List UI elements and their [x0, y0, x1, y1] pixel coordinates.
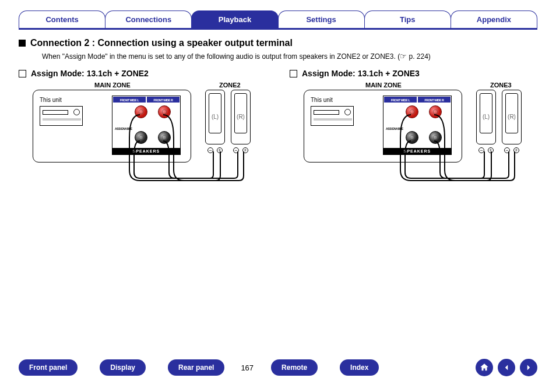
pill-remote[interactable]: Remote	[271, 359, 318, 376]
wire-icon	[290, 83, 529, 185]
mode-heading-zone3[interactable]: Assign Mode: 13.1ch + ZONE3	[290, 69, 537, 78]
page-content: Connection 2 : Connection using a speake…	[19, 30, 537, 185]
mode-heading-zone2[interactable]: Assign Mode: 13.1ch + ZONE2	[19, 69, 266, 78]
tab-contents[interactable]: Contents	[19, 10, 105, 28]
tab-playback[interactable]: Playback	[191, 10, 278, 28]
section-heading: Connection 2 : Connection using a speake…	[19, 38, 537, 48]
pill-index[interactable]: Index	[340, 359, 379, 376]
next-page-icon[interactable]	[520, 359, 537, 376]
column-zone2: Assign Mode: 13.1ch + ZONE2 MAIN ZONE ZO…	[19, 69, 266, 185]
section-description: When "Assign Mode" in the menu is set to…	[42, 52, 537, 61]
checkbox-icon	[19, 70, 26, 77]
tab-appendix[interactable]: Appendix	[451, 10, 537, 28]
diagram-columns: Assign Mode: 13.1ch + ZONE2 MAIN ZONE ZO…	[19, 69, 537, 185]
pill-rear-panel[interactable]: Rear panel	[168, 359, 224, 376]
home-icon[interactable]	[476, 359, 493, 376]
square-bullet-icon	[19, 40, 26, 47]
desc-text: When "Assign Mode" in the menu is set to…	[42, 52, 400, 61]
pill-display[interactable]: Display	[100, 359, 146, 376]
diagram-zone3: MAIN ZONE ZONE3 This unit FRONT WIDE L F…	[290, 83, 529, 185]
tab-connections[interactable]: Connections	[105, 10, 192, 28]
tab-tips[interactable]: Tips	[364, 10, 451, 28]
nav-icons	[476, 359, 537, 376]
bottom-nav: Front panel Display Rear panel 167 Remot…	[19, 359, 537, 376]
top-tabs: Contents Connections Playback Settings T…	[19, 10, 537, 30]
tab-settings[interactable]: Settings	[278, 10, 365, 28]
mode-title-text: Assign Mode: 13.1ch + ZONE3	[302, 69, 420, 78]
checkbox-icon	[290, 70, 297, 77]
section-title-text: Connection 2 : Connection using a speake…	[30, 38, 293, 48]
prev-page-icon[interactable]	[498, 359, 515, 376]
page-ref-link[interactable]: p. 224)	[407, 52, 431, 61]
diagram-zone2: MAIN ZONE ZONE2 This unit FRONT WIDE L F…	[19, 83, 258, 185]
mode-title-text: Assign Mode: 13.1ch + ZONE2	[31, 69, 149, 78]
pointer-icon: ☞	[400, 52, 407, 61]
pill-front-panel[interactable]: Front panel	[19, 359, 78, 376]
wire-icon	[19, 83, 258, 185]
page-number: 167	[241, 363, 254, 372]
column-zone3: Assign Mode: 13.1ch + ZONE3 MAIN ZONE ZO…	[290, 69, 537, 185]
